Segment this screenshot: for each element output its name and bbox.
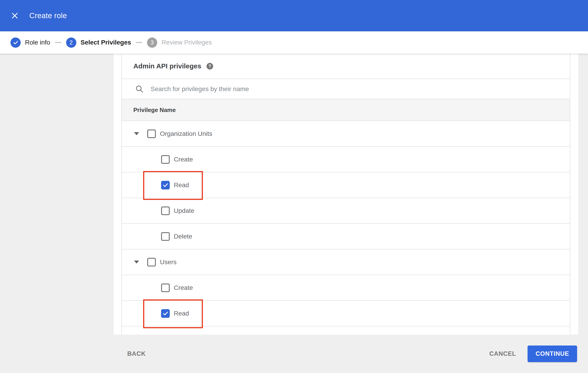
privilege-label: Update: [174, 207, 194, 214]
privilege-label: Create: [174, 156, 193, 163]
continue-button[interactable]: CONTINUE: [528, 345, 577, 362]
step-role-info[interactable]: Role info: [10, 38, 50, 48]
content-card: Admin API privileges ? Privilege Name Or…: [114, 54, 578, 335]
step-complete-check-icon: [10, 38, 21, 48]
column-header: Privilege Name: [133, 106, 176, 114]
step-label: Role info: [25, 39, 50, 46]
collapse-triangle-icon[interactable]: [134, 132, 139, 135]
privilege-label: Create: [174, 284, 193, 291]
search-row: [122, 79, 570, 99]
privilege-label: Delete: [174, 233, 192, 240]
table-header-row: Privilege Name: [122, 99, 570, 121]
footer-bar: BACK CANCEL CONTINUE: [0, 335, 588, 373]
privilege-label: Users: [160, 259, 177, 266]
check-icon: [162, 182, 168, 188]
main-area: Admin API privileges ? Privilege Name Or…: [0, 54, 588, 335]
search-icon: [135, 84, 144, 93]
step-number: 3: [147, 38, 157, 48]
checkbox-checked[interactable]: [161, 309, 170, 318]
checkbox-unchecked[interactable]: [147, 129, 156, 138]
step-label: Select Privileges: [81, 39, 131, 46]
privilege-label: Organization Units: [160, 130, 212, 137]
panel-heading-row: Admin API privileges ?: [122, 54, 570, 79]
privilege-row: Read: [122, 301, 570, 326]
step-number: 2: [66, 38, 76, 48]
cancel-button[interactable]: CANCEL: [489, 350, 516, 357]
search-input[interactable]: [150, 85, 570, 93]
dialog-title: Create role: [29, 11, 67, 20]
privilege-row: Organization Units: [122, 121, 570, 147]
close-icon[interactable]: [10, 11, 19, 20]
stepper: Role info 2 Select Privileges 3 Review P…: [0, 31, 588, 54]
checkbox-unchecked[interactable]: [161, 232, 170, 241]
checkbox-unchecked[interactable]: [161, 207, 170, 215]
privilege-row: Create: [122, 275, 570, 301]
panel-title: Admin API privileges: [133, 62, 201, 70]
privilege-label: Read: [174, 310, 189, 317]
check-icon: [162, 310, 168, 316]
privilege-row: Delete: [122, 224, 570, 249]
privilege-row: Update: [122, 198, 570, 224]
collapse-triangle-icon[interactable]: [134, 260, 139, 263]
step-connector: [55, 42, 61, 43]
privilege-row: Users: [122, 249, 570, 275]
privilege-row: Read: [122, 172, 570, 198]
dialog-header: Create role: [0, 0, 588, 31]
checkbox-unchecked[interactable]: [161, 155, 170, 164]
step-label: Review Privileges: [162, 39, 212, 46]
help-icon[interactable]: ?: [207, 63, 213, 70]
step-select-privileges[interactable]: 2 Select Privileges: [66, 38, 131, 48]
privilege-label: Read: [174, 182, 189, 189]
step-connector: [136, 42, 142, 43]
checkbox-unchecked[interactable]: [161, 283, 170, 292]
checkbox-checked[interactable]: [161, 181, 170, 189]
checkbox-unchecked[interactable]: [147, 258, 156, 267]
privileges-table: Admin API privileges ? Privilege Name Or…: [121, 54, 570, 335]
step-review-privileges[interactable]: 3 Review Privileges: [147, 38, 212, 48]
clipped-row: [122, 326, 570, 333]
back-button[interactable]: BACK: [127, 350, 146, 357]
privilege-row: Create: [122, 147, 570, 172]
privilege-rows: Organization UnitsCreateReadUpdateDelete…: [122, 121, 570, 326]
